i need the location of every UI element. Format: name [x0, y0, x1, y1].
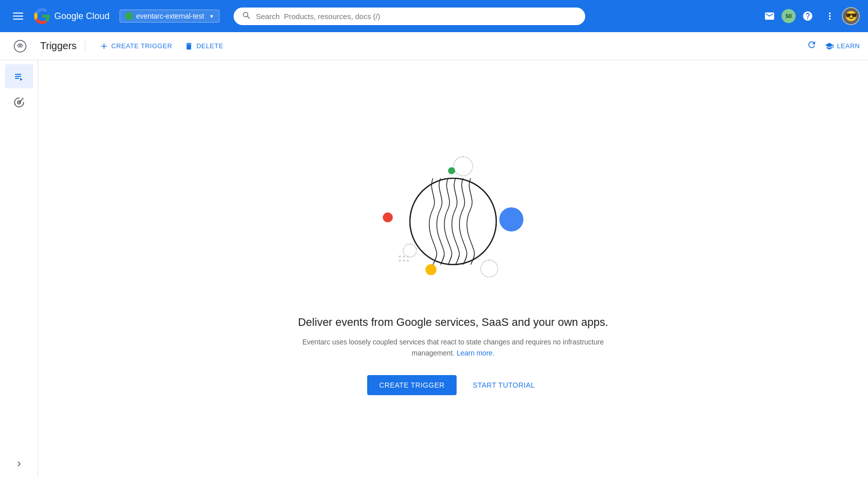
expand-sidebar-icon	[14, 459, 24, 469]
top-navigation: Google Cloud eventarc-external-test ▼ 50…	[0, 0, 868, 32]
google-cloud-logo[interactable]: Google Cloud	[34, 8, 110, 24]
learn-more-link[interactable]: Learn more.	[457, 349, 494, 357]
google-logo-icon	[34, 8, 50, 24]
sidebar-item-channels[interactable]	[5, 90, 33, 114]
triggers-icon	[13, 70, 25, 82]
main-layout: Deliver events from Google services, Saa…	[0, 60, 868, 477]
svg-point-3	[403, 256, 405, 258]
delete-icon	[184, 42, 193, 51]
more-options-button[interactable]	[820, 6, 840, 26]
google-cloud-text: Google Cloud	[54, 11, 110, 22]
plus-icon	[99, 42, 108, 51]
delete-toolbar-button[interactable]: DELETE	[178, 38, 230, 55]
hamburger-icon	[13, 13, 23, 20]
help-button[interactable]	[798, 6, 818, 26]
email-button[interactable]	[759, 6, 780, 26]
learn-label: LEARN	[837, 42, 860, 50]
action-buttons: CREATE TRIGGER START TUTORIAL	[367, 375, 539, 395]
search-icon	[242, 11, 251, 22]
project-dot-icon	[125, 12, 133, 20]
main-heading: Deliver events from Google services, Saa…	[292, 315, 614, 330]
project-name: eventarc-external-test	[136, 12, 204, 20]
toolbar: Triggers CREATE TRIGGER DELETE LEARN	[0, 32, 868, 60]
illustration	[353, 142, 554, 303]
sub-text: Eventarc uses loosely coupled services t…	[292, 336, 614, 359]
subtext-body: Eventarc uses loosely coupled services t…	[302, 338, 604, 357]
green-dot	[448, 167, 455, 174]
empty-state-text: Deliver events from Google services, Saa…	[292, 315, 614, 359]
start-tutorial-button[interactable]: START TUTORIAL	[469, 375, 539, 395]
refresh-button[interactable]	[803, 36, 821, 56]
page-title: Triggers	[32, 40, 85, 52]
learn-button[interactable]: LEARN	[825, 42, 860, 51]
create-trigger-label: CREATE TRIGGER	[112, 42, 172, 50]
create-trigger-button[interactable]: CREATE TRIGGER	[367, 375, 457, 395]
search-input[interactable]	[256, 12, 577, 21]
notification-badge[interactable]: 50	[782, 9, 796, 23]
notification-count: 50	[786, 13, 792, 19]
main-illustration-circle	[408, 176, 498, 269]
sidebar-expand-button[interactable]	[0, 459, 38, 469]
dotted-ring-1	[453, 156, 473, 176]
chevron-down-icon: ▼	[209, 14, 214, 19]
svg-point-2	[399, 256, 401, 258]
svg-point-0	[14, 40, 26, 52]
svg-point-5	[399, 260, 401, 262]
search-bar	[234, 8, 585, 25]
avatar[interactable]: 😎	[842, 7, 860, 25]
hamburger-menu-button[interactable]	[8, 6, 28, 26]
red-dot	[383, 212, 393, 222]
toolbar-right: LEARN	[803, 36, 860, 56]
project-selector[interactable]: eventarc-external-test ▼	[120, 10, 220, 23]
sidebar	[0, 60, 38, 477]
graduation-icon	[825, 42, 834, 51]
main-content: Deliver events from Google services, Saa…	[38, 60, 868, 477]
svg-point-6	[403, 260, 405, 262]
eventarc-logo	[8, 39, 32, 53]
channels-icon	[13, 96, 25, 108]
sidebar-item-triggers[interactable]	[5, 64, 33, 88]
create-trigger-toolbar-button[interactable]: CREATE TRIGGER	[93, 38, 178, 55]
nav-icons: 50 😎	[759, 6, 860, 26]
blue-dot	[499, 207, 523, 231]
delete-label: DELETE	[196, 42, 224, 50]
